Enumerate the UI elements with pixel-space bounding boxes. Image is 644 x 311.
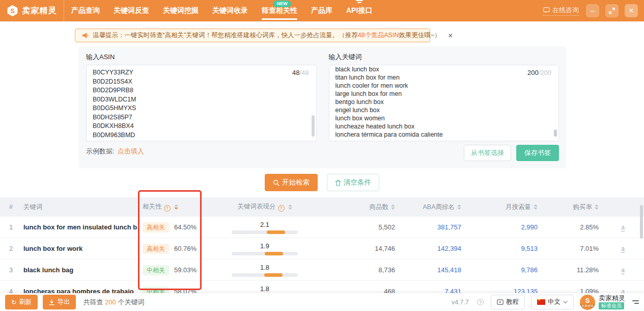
sort-icon[interactable] bbox=[457, 204, 461, 210]
china-flag-icon bbox=[537, 299, 545, 305]
notice-banner: 温馨提示：一键实时筛查“高相关”关键词！帮您精准搭建核心词库，快人一步抢占流量。… bbox=[75, 29, 430, 42]
asin-scrollbar-thumb[interactable] bbox=[312, 115, 315, 137]
relevance-badge: 高相关 bbox=[143, 244, 169, 254]
aba-rank-link[interactable]: 145,418 bbox=[402, 266, 468, 274]
bookmark-save-button[interactable]: 保存书签 bbox=[516, 145, 559, 161]
aba-rank-link[interactable]: 381,757 bbox=[402, 223, 468, 231]
notice-highlight: 48个竞品ASIN bbox=[358, 32, 399, 39]
export-button[interactable]: 导出 bbox=[43, 295, 76, 309]
header-products[interactable]: 商品数 bbox=[326, 203, 402, 212]
keyword-textarea[interactable]: black lunch box titan lunch box for men … bbox=[329, 65, 559, 141]
relevance-cell: 中相关 59.03% bbox=[137, 265, 204, 275]
table-header: # 关键词 相关性? 关键词表现分? 商品数 ABA周排名 月搜索量 购买率 bbox=[0, 197, 644, 217]
monthly-searches-link[interactable]: 2,990 bbox=[468, 223, 545, 231]
bookmark-row: 从书签选择 保存书签 bbox=[329, 145, 559, 161]
nav-item-product-library[interactable]: 产品库 bbox=[311, 0, 332, 21]
score-cell: 2.1 bbox=[204, 221, 326, 234]
results-table: # 关键词 相关性? 关键词表现分? 商品数 ABA周排名 月搜索量 购买率 1… bbox=[0, 197, 644, 302]
table-scrollbar-thumb[interactable] bbox=[640, 205, 643, 239]
notice-close-icon[interactable]: ✕ bbox=[448, 32, 453, 39]
relevance-percent: 60.76% bbox=[174, 245, 197, 252]
relevance-percent: 64.50% bbox=[174, 223, 197, 231]
help-icon[interactable]: ? bbox=[164, 205, 171, 212]
header-purchase-rate[interactable]: 购买率 bbox=[545, 203, 606, 212]
nav-item-api-label: API接口 bbox=[346, 6, 372, 15]
monthly-searches-link[interactable]: 9,513 bbox=[468, 245, 545, 252]
table-row: 2 lunch box for work 高相关 60.76% 1.9 14,7… bbox=[0, 238, 644, 260]
nav-items: 产品查询 关键词反查 关键词挖掘 关键词收录 NEW 筛查相关性 产品库 API… bbox=[71, 0, 372, 21]
nav-divider bbox=[64, 0, 64, 21]
score-value: 2.1 bbox=[207, 221, 323, 228]
clear-button[interactable]: 清空条件 bbox=[327, 174, 379, 191]
account-area[interactable]: S卖家精灵 卖家精灵 标准会员 bbox=[580, 295, 625, 310]
minimize-button[interactable]: − bbox=[586, 4, 599, 17]
chat-icon bbox=[543, 7, 550, 13]
tutorial-label: 教程 bbox=[506, 298, 519, 306]
sample-data-row: 示例数据: 点击填入 bbox=[86, 147, 317, 156]
sort-icon[interactable] bbox=[595, 204, 599, 210]
refresh-button[interactable]: ↻刷新 bbox=[5, 295, 38, 309]
bookmark-select-button[interactable]: 从书签选择 bbox=[464, 145, 511, 161]
asin-counter: 48/48 bbox=[292, 69, 309, 76]
chevron-down-icon bbox=[563, 301, 568, 304]
nav-item-relevance-check-label: 筛查相关性 bbox=[262, 6, 297, 15]
purchase-rate-cell: 7.01% bbox=[545, 245, 606, 252]
sort-icon[interactable] bbox=[288, 204, 292, 210]
header-index: # bbox=[0, 203, 20, 211]
relevance-percent: 59.03% bbox=[174, 266, 197, 274]
nav-item-product-search[interactable]: 产品查询 bbox=[71, 0, 100, 21]
asin-text: B0CYY33RZY B0D2D15S4X B0D2D9PRB8 B0D3WLD… bbox=[87, 65, 316, 141]
relevance-cell: 高相关 64.50% bbox=[137, 222, 204, 232]
nav-item-keyword-reverse[interactable]: 关键词反查 bbox=[114, 0, 149, 21]
header-aba-rank[interactable]: ABA周排名 bbox=[402, 203, 468, 212]
header-monthly-searches[interactable]: 月搜索量 bbox=[468, 203, 545, 212]
avatar[interactable]: S卖家精灵 bbox=[580, 295, 595, 310]
help-icon[interactable]: ? bbox=[278, 205, 285, 212]
sort-icon[interactable] bbox=[174, 204, 178, 210]
monthly-searches-link[interactable]: 9,786 bbox=[468, 266, 545, 274]
new-badge: NEW bbox=[273, 1, 291, 7]
fill-sample-link[interactable]: 点击填入 bbox=[118, 147, 144, 156]
tutorial-button[interactable]: 教程 bbox=[491, 295, 525, 309]
filter-summary: 共筛查 200 个关键词 bbox=[83, 298, 144, 307]
amazon-link[interactable]: a bbox=[621, 267, 625, 274]
notice-text: 温馨提示：一键实时筛查“高相关”关键词！帮您精准搭建核心词库，快人一步抢占流量。… bbox=[93, 31, 441, 40]
header-score[interactable]: 关键词表现分? bbox=[204, 202, 326, 212]
asin-textarea[interactable]: B0CYY33RZY B0D2D15S4X B0D2D9PRB8 B0D3WLD… bbox=[86, 65, 317, 141]
start-search-button[interactable]: 开始检索 bbox=[265, 174, 318, 191]
score-bar-segment bbox=[267, 230, 285, 234]
header-relevance[interactable]: 相关性? bbox=[137, 202, 204, 212]
version-label: v4.7.7 bbox=[452, 299, 469, 306]
score-bar bbox=[232, 273, 298, 277]
relevance-cell: 高相关 60.76% bbox=[137, 244, 204, 254]
sort-icon[interactable] bbox=[391, 204, 395, 210]
score-cell: 1.9 bbox=[204, 242, 326, 255]
avatar-ribbon: 卖家精灵 bbox=[580, 304, 595, 308]
footer-right: v4.7.7 ? 教程 中文 S卖家精灵 卖家精灵 标准会员 bbox=[452, 295, 639, 310]
products-cell: 8,736 bbox=[326, 266, 402, 274]
nav-item-relevance-check[interactable]: NEW 筛查相关性 bbox=[262, 0, 297, 21]
menu-icon[interactable] bbox=[632, 300, 639, 304]
list-icon bbox=[355, 0, 363, 4]
amazon-link[interactable]: a bbox=[621, 245, 625, 253]
score-value: 1.9 bbox=[207, 242, 323, 250]
nav-item-keyword-index[interactable]: 关键词收录 bbox=[212, 0, 248, 21]
version-help-icon[interactable]: ? bbox=[477, 299, 484, 305]
keyword-scrollbar-thumb[interactable] bbox=[554, 129, 557, 137]
online-support-link[interactable]: 在线咨询 bbox=[543, 6, 579, 16]
aba-rank-link[interactable]: 142,394 bbox=[402, 245, 468, 252]
keyword-cell: lunch box for men insulated lunch bags bbox=[20, 223, 137, 231]
sample-data-label: 示例数据: bbox=[86, 147, 115, 156]
sort-icon[interactable] bbox=[534, 204, 538, 210]
maximize-button[interactable] bbox=[605, 4, 619, 17]
nav-item-keyword-mining[interactable]: 关键词挖掘 bbox=[163, 0, 199, 21]
amazon-link[interactable]: a bbox=[621, 224, 625, 231]
close-button[interactable]: × bbox=[625, 4, 638, 17]
score-value: 1.8 bbox=[207, 264, 323, 271]
download-icon bbox=[49, 299, 54, 305]
nav-item-api[interactable]: API接口 bbox=[346, 0, 372, 21]
language-select[interactable]: 中文 bbox=[531, 295, 574, 309]
refresh-icon: ↻ bbox=[11, 298, 16, 306]
expand-icon bbox=[609, 8, 615, 14]
row-index: 3 bbox=[0, 266, 20, 274]
